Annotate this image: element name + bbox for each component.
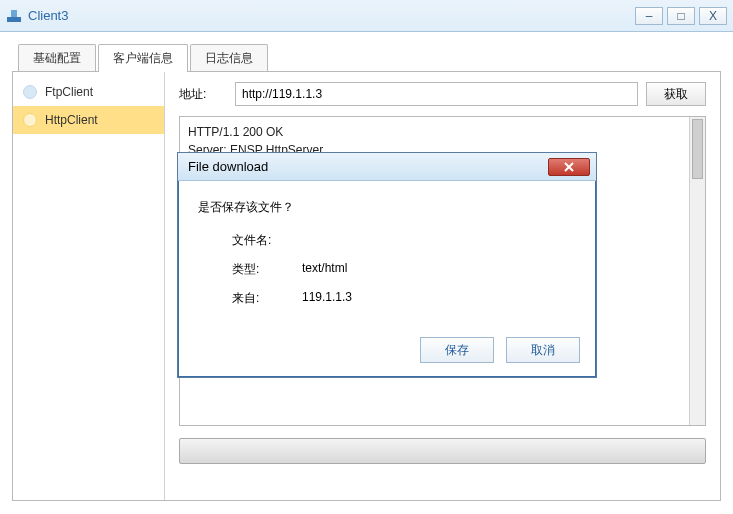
dialog-row-from: 来自: 119.1.1.3: [198, 290, 576, 307]
sidebar: FtpClient HttpClient: [13, 72, 165, 500]
address-row: 地址: 获取: [179, 82, 706, 106]
close-icon: [563, 162, 575, 172]
address-label: 地址:: [179, 86, 227, 103]
progress-bar: [179, 438, 706, 464]
maximize-button[interactable]: □: [667, 7, 695, 25]
dialog-row-type: 类型: text/html: [198, 261, 576, 278]
response-line: HTTP/1.1 200 OK: [188, 123, 697, 141]
address-input[interactable]: [235, 82, 638, 106]
cancel-button[interactable]: 取消: [506, 337, 580, 363]
dialog-title: File download: [188, 159, 548, 174]
dialog-title-bar: File download: [178, 153, 596, 181]
svg-rect-1: [11, 10, 17, 17]
scrollbar-thumb[interactable]: [692, 119, 703, 179]
title-bar: Client3 – □ X: [0, 0, 733, 32]
dialog-button-row: 保存 取消: [178, 331, 596, 377]
svg-rect-0: [7, 17, 21, 22]
sidebar-item-ftpclient[interactable]: FtpClient: [13, 78, 164, 106]
sidebar-item-label: FtpClient: [45, 85, 93, 99]
minimize-button[interactable]: –: [635, 7, 663, 25]
app-icon: [6, 8, 22, 24]
window-buttons: – □ X: [635, 7, 727, 25]
file-download-dialog: File download 是否保存该文件？ 文件名: 类型: text/htm…: [177, 152, 597, 378]
dialog-key: 来自:: [232, 290, 302, 307]
bullet-icon: [23, 113, 37, 127]
bullet-icon: [23, 85, 37, 99]
close-button[interactable]: X: [699, 7, 727, 25]
dialog-close-button[interactable]: [548, 158, 590, 176]
tab-basic-config[interactable]: 基础配置: [18, 44, 96, 72]
dialog-question: 是否保存该文件？: [198, 199, 576, 216]
dialog-key: 类型:: [232, 261, 302, 278]
sidebar-item-label: HttpClient: [45, 113, 98, 127]
save-button[interactable]: 保存: [420, 337, 494, 363]
dialog-value: 119.1.1.3: [302, 290, 352, 307]
dialog-body: 是否保存该文件？ 文件名: 类型: text/html 来自: 119.1.1.…: [178, 181, 596, 331]
dialog-row-filename: 文件名:: [198, 232, 576, 249]
tab-client-info[interactable]: 客户端信息: [98, 44, 188, 72]
sidebar-item-httpclient[interactable]: HttpClient: [13, 106, 164, 134]
scrollbar[interactable]: [689, 117, 705, 425]
dialog-value: text/html: [302, 261, 347, 278]
dialog-key: 文件名:: [232, 232, 302, 249]
tab-row: 基础配置 客户端信息 日志信息: [0, 32, 733, 72]
get-button[interactable]: 获取: [646, 82, 706, 106]
window-title: Client3: [28, 8, 635, 23]
tab-log-info[interactable]: 日志信息: [190, 44, 268, 72]
